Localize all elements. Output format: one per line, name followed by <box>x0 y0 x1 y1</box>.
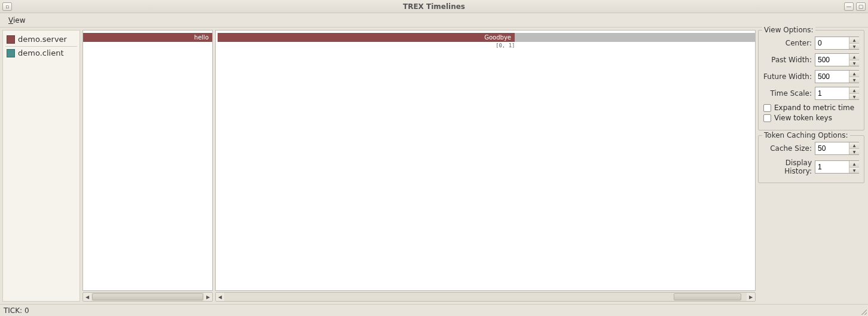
timeline-panels: hello Goodbye [0, 1] <box>82 30 756 291</box>
color-swatch-icon <box>7 49 15 57</box>
color-swatch-icon <box>7 35 15 44</box>
window-menu-icon[interactable]: ▫ <box>2 2 12 11</box>
sidebar-item-label: demo.client <box>18 48 63 57</box>
future-width-spinner[interactable]: ▲ ▼ <box>815 70 859 83</box>
expand-metric-label: Expand to metric time <box>774 104 854 112</box>
timeline-area: hello Goodbye [0, 1] ◀ ▶ ◀ <box>82 30 756 302</box>
menu-view[interactable]: View <box>5 15 29 26</box>
future-width-input[interactable] <box>815 71 849 83</box>
view-token-keys-checkbox[interactable] <box>763 114 771 122</box>
options-panel: View Options: Center: ▲ ▼ Past Width: ▲ <box>758 30 866 302</box>
spin-up-icon[interactable]: ▲ <box>849 142 859 149</box>
time-scale-input[interactable] <box>815 87 849 99</box>
cache-size-spinner[interactable]: ▲ ▼ <box>815 142 859 155</box>
minimize-button[interactable]: — <box>844 2 854 11</box>
window-title: TREX Timelines <box>0 2 868 11</box>
display-history-input[interactable] <box>815 161 849 173</box>
resize-grip-icon[interactable] <box>860 308 867 315</box>
timeline-tick-range: [0, 1] <box>496 42 515 48</box>
time-scale-spinner[interactable]: ▲ ▼ <box>815 87 859 100</box>
past-width-spinner[interactable]: ▲ ▼ <box>815 53 859 66</box>
statusbar-tick: TICK: 0 <box>4 306 29 315</box>
spin-down-icon[interactable]: ▼ <box>849 94 859 100</box>
view-token-keys-checkbox-row[interactable]: View token keys <box>763 114 859 122</box>
center-input[interactable] <box>815 37 849 49</box>
scrollbar-thumb[interactable] <box>92 293 203 300</box>
spin-up-icon[interactable]: ▲ <box>849 37 859 44</box>
scrollbar-track[interactable] <box>91 293 204 301</box>
timeline-scrollbars: ◀ ▶ ◀ ▶ <box>82 292 756 302</box>
cache-size-label: Cache Size: <box>770 144 812 153</box>
future-width-label: Future Width: <box>763 72 812 81</box>
timeline-track-future <box>515 33 755 42</box>
display-history-label: Display History: <box>763 159 812 175</box>
expand-metric-checkbox-row[interactable]: Expand to metric time <box>763 104 859 112</box>
spin-down-icon[interactable]: ▼ <box>849 149 859 155</box>
token-caching-group: Token Caching Options: Cache Size: ▲ ▼ D… <box>758 135 864 183</box>
spin-down-icon[interactable]: ▼ <box>849 168 859 174</box>
spin-up-icon[interactable]: ▲ <box>849 161 859 168</box>
scroll-left-icon[interactable]: ◀ <box>216 293 224 301</box>
menu-view-label: iew <box>13 16 26 25</box>
scrollbar-track[interactable] <box>224 293 747 301</box>
timeline-past-panel[interactable]: hello <box>82 30 213 291</box>
time-scale-label: Time Scale: <box>770 89 812 98</box>
token-label: Goodbye <box>484 34 511 41</box>
spin-up-icon[interactable]: ▲ <box>849 87 859 94</box>
window-titlebar: ▫ TREX Timelines — ▢ <box>0 0 868 13</box>
spin-up-icon[interactable]: ▲ <box>849 71 859 77</box>
timeline-future-panel[interactable]: Goodbye [0, 1] <box>215 30 756 291</box>
token-label: hello <box>194 34 209 41</box>
scroll-left-icon[interactable]: ◀ <box>83 293 91 301</box>
view-options-title: View Options: <box>762 26 815 34</box>
spin-down-icon[interactable]: ▼ <box>849 44 859 50</box>
past-width-input[interactable] <box>815 54 849 66</box>
sidebar-item-demo-client[interactable]: demo.client <box>5 47 77 60</box>
scroll-right-icon[interactable]: ▶ <box>204 293 212 301</box>
token-caching-title: Token Caching Options: <box>762 131 850 139</box>
cache-size-input[interactable] <box>815 142 849 154</box>
main-area: demo.server demo.client hello Goodbye [0… <box>0 28 868 304</box>
timeline-token-goodbye[interactable]: Goodbye <box>218 33 515 42</box>
center-spinner[interactable]: ▲ ▼ <box>815 37 859 50</box>
spin-down-icon[interactable]: ▼ <box>849 60 859 66</box>
expand-metric-checkbox[interactable] <box>763 104 771 112</box>
menubar: View <box>0 13 868 28</box>
view-options-group: View Options: Center: ▲ ▼ Past Width: ▲ <box>758 30 864 130</box>
past-hscrollbar[interactable]: ◀ ▶ <box>82 292 213 302</box>
scrollbar-thumb[interactable] <box>674 293 742 300</box>
center-label: Center: <box>786 39 812 47</box>
timeline-token-hello[interactable]: hello <box>83 33 212 42</box>
view-token-keys-label: View token keys <box>774 114 832 122</box>
spin-down-icon[interactable]: ▼ <box>849 77 859 83</box>
statusbar: TICK: 0 <box>0 304 868 316</box>
sidebar: demo.server demo.client <box>2 30 80 302</box>
sidebar-item-label: demo.server <box>18 35 67 44</box>
spin-up-icon[interactable]: ▲ <box>849 54 859 60</box>
scroll-right-icon[interactable]: ▶ <box>747 293 755 301</box>
future-hscrollbar[interactable]: ◀ ▶ <box>215 292 756 302</box>
maximize-button[interactable]: ▢ <box>856 2 866 11</box>
past-width-label: Past Width: <box>771 56 812 64</box>
sidebar-item-demo-server[interactable]: demo.server <box>5 33 77 47</box>
display-history-spinner[interactable]: ▲ ▼ <box>815 160 859 174</box>
